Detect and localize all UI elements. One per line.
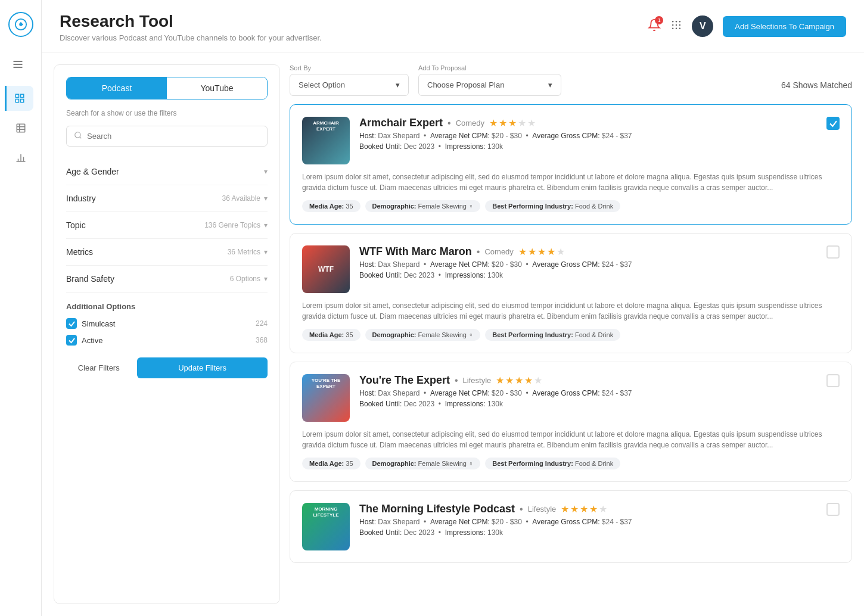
chevron-down-icon-brand-safety: ▾: [264, 275, 268, 283]
tag-media-age: Media Age: 35: [302, 200, 360, 212]
svg-point-23: [676, 24, 677, 26]
svg-point-20: [676, 20, 677, 22]
show-thumbnail-expert: YOU'RE THEEXPERT: [302, 374, 350, 422]
svg-rect-7: [15, 94, 18, 97]
show-genre-wtf: Comedy: [484, 247, 513, 256]
show-description-wtf: Lorem ipsum dolor sit amet, consectetur …: [302, 300, 840, 322]
show-tags-expert: Media Age: 35 Demographic: Female Skewin…: [302, 458, 840, 469]
update-filters-button[interactable]: Update Filters: [137, 357, 268, 378]
filter-brand-safety[interactable]: Brand Safety 6 Options ▾: [66, 266, 268, 293]
sort-chevron-icon: ▾: [396, 80, 400, 89]
show-card-wtf: WTF WTF With Marc Maron • Comedy ★ ★: [290, 233, 852, 353]
active-checkbox[interactable]: [66, 335, 77, 346]
show-name-expert: You're The Expert: [359, 374, 450, 387]
chevron-down-icon: ▾: [264, 167, 268, 176]
svg-rect-11: [17, 124, 25, 132]
podcast-tab[interactable]: Podcast: [67, 77, 167, 99]
active-count: 368: [256, 336, 268, 344]
show-tags-wtf: Media Age: 35 Demographic: Female Skewin…: [302, 329, 840, 341]
search-input[interactable]: [87, 132, 260, 141]
tag-demographic-wtf: Demographic: Female Skewing ♀: [365, 329, 481, 341]
show-card-armchair-expert: ARMCHAIREXPERT Armchair Expert • Comedy …: [290, 104, 852, 225]
sidebar-item-chart[interactable]: [8, 145, 33, 170]
show-thumbnail-armchair: ARMCHAIREXPERT: [302, 117, 350, 164]
main-area: Research Tool Discover various Podcast a…: [42, 0, 864, 616]
show-checkbox-wtf[interactable]: [826, 245, 840, 259]
simulcast-count: 224: [256, 319, 268, 328]
sidebar-item-table[interactable]: [8, 116, 33, 141]
page-title: Research Tool: [60, 12, 322, 31]
filter-metrics[interactable]: Metrics 36 Metrics ▾: [66, 239, 268, 266]
svg-point-19: [672, 20, 674, 22]
show-stars-wtf: ★ ★ ★ ★ ★: [518, 246, 565, 257]
show-card-expert: YOU'RE THEEXPERT You're The Expert • Lif…: [290, 362, 852, 482]
tag-demographic-expert: Demographic: Female Skewing ♀: [365, 458, 481, 469]
show-checkbox-expert[interactable]: [826, 374, 840, 387]
search-icon: [74, 131, 82, 141]
tag-media-age-wtf: Media Age: 35: [302, 329, 360, 341]
svg-point-26: [676, 27, 677, 29]
search-box: [66, 126, 268, 147]
show-stars-armchair: ★ ★ ★ ★ ★: [489, 117, 536, 129]
sort-placeholder: Select Option: [299, 80, 345, 89]
matches-count: 64 Shows Matched: [781, 71, 852, 90]
svg-point-21: [679, 20, 681, 22]
active-checkbox-row: Active 368: [66, 335, 268, 346]
tag-demographic: Demographic: Female Skewing ♀: [365, 200, 481, 212]
add-proposal-label: Add To Proposal: [418, 64, 561, 71]
clear-filters-button[interactable]: Clear Filters: [66, 357, 131, 378]
tag-media-age-expert: Media Age: 35: [302, 458, 360, 469]
svg-line-29: [80, 137, 82, 139]
sidebar-item-layout[interactable]: [5, 86, 33, 111]
filter-industry[interactable]: Industry 36 Available ▾: [66, 185, 268, 212]
show-stars-morning: ★ ★ ★ ★ ★: [561, 503, 607, 515]
show-checkbox-morning[interactable]: [826, 503, 840, 516]
simulcast-checkbox[interactable]: [66, 318, 77, 329]
filter-actions: Clear Filters Update Filters: [66, 357, 268, 378]
results-list: ARMCHAIREXPERT Armchair Expert • Comedy …: [290, 104, 852, 604]
chevron-down-icon-metrics: ▾: [264, 248, 268, 256]
show-name-armchair: Armchair Expert: [359, 117, 443, 129]
youtube-tab[interactable]: YouTube: [167, 77, 267, 99]
proposal-select[interactable]: Choose Proposal Plan ▾: [418, 74, 561, 96]
svg-point-28: [75, 132, 80, 138]
header-right: 1 V Add Selections To Campaign: [648, 15, 846, 37]
sort-by-label: Sort By: [290, 64, 409, 71]
sort-select[interactable]: Select Option ▾: [290, 74, 409, 96]
show-checkbox-armchair[interactable]: [826, 117, 840, 130]
active-label: Active: [82, 336, 102, 345]
show-name-morning: The Morning Lifestyle Podcast: [359, 503, 515, 515]
user-icon[interactable]: V: [692, 15, 713, 37]
tag-industry-expert: Best Performing Industry: Food & Drink: [485, 458, 620, 469]
show-genre-armchair: Comedy: [456, 119, 484, 127]
proposal-group: Add To Proposal Choose Proposal Plan ▾: [418, 64, 561, 96]
svg-rect-8: [21, 94, 24, 97]
content-area: Podcast YouTube Search for a show or use…: [42, 52, 864, 616]
sidebar-nav: [0, 0, 42, 616]
proposal-chevron-icon: ▾: [548, 80, 552, 89]
filter-meta-brand-safety: 6 Options ▾: [230, 275, 268, 283]
show-genre-expert: Lifestyle: [463, 376, 492, 385]
chevron-down-icon-topic: ▾: [264, 221, 268, 229]
svg-rect-9: [15, 99, 18, 102]
filter-meta-age-gender: ▾: [264, 167, 268, 176]
filter-label-metrics: Metrics: [66, 247, 93, 257]
show-genre-morning: Lifestyle: [528, 505, 557, 514]
filter-meta-metrics: 36 Metrics ▾: [228, 248, 268, 256]
app-logo: [8, 12, 33, 37]
svg-point-25: [672, 27, 674, 29]
filter-age-gender[interactable]: Age & Gender ▾: [66, 158, 268, 185]
filter-topic[interactable]: Topic 136 Genre Topics ▾: [66, 212, 268, 239]
svg-point-22: [672, 24, 674, 26]
hamburger-icon[interactable]: [0, 54, 41, 75]
notification-icon[interactable]: 1: [648, 18, 661, 35]
filter-label-industry: Industry: [66, 194, 96, 203]
additional-options-title: Additional Options: [66, 302, 268, 311]
add-campaign-button[interactable]: Add Selections To Campaign: [723, 16, 846, 37]
results-panel: Sort By Select Option ▾ Add To Proposal …: [290, 64, 852, 604]
chevron-down-icon-industry: ▾: [264, 194, 268, 203]
filter-meta-topic: 136 Genre Topics ▾: [204, 221, 268, 229]
header: Research Tool Discover various Podcast a…: [42, 0, 864, 52]
grid-icon[interactable]: [670, 19, 682, 34]
channel-tab-row: Podcast YouTube: [66, 77, 268, 99]
